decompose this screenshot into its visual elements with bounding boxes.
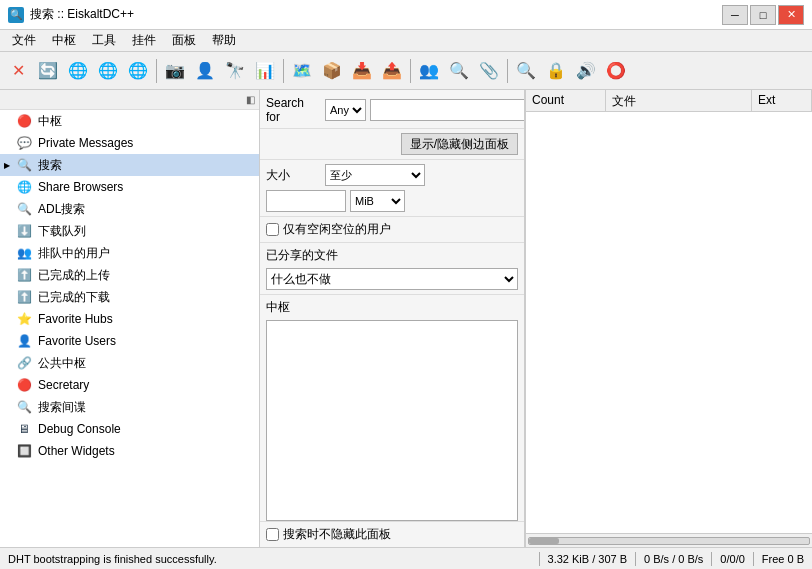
toggle-sidebar-button[interactable]: 显示/隐藏侧边面板: [401, 133, 518, 155]
left-panel: Search for Any + 搜索 清除 显示/隐藏侧边面板 大小: [260, 90, 525, 547]
toolbar-btn-binoculars[interactable]: 🔭: [221, 57, 249, 85]
size-section: 大小 至少 MiB: [260, 160, 524, 217]
toolbar-btn-camera[interactable]: 📷: [161, 57, 189, 85]
hub-section: 中枢: [260, 295, 524, 521]
status-sep-4: [753, 552, 754, 566]
secretary-icon: 🔴: [16, 377, 32, 393]
sidebar-item-pm[interactable]: 💬 Private Messages: [0, 132, 259, 154]
search-nav-icon: 🔍: [16, 157, 32, 173]
adl-icon: 🔍: [16, 201, 32, 217]
toolbar-btn-sound[interactable]: 🔊: [572, 57, 600, 85]
toolbar-btn-globe2[interactable]: 🌐: [94, 57, 122, 85]
menu-file[interactable]: 文件: [4, 30, 44, 51]
sidebar-item-search-label: 搜索: [38, 157, 62, 174]
finished-icon: ⬆️: [16, 289, 32, 305]
toolbar-btn-users[interactable]: 👥: [415, 57, 443, 85]
toolbar-btn-lock[interactable]: 🔒: [542, 57, 570, 85]
toolbar-btn-chart[interactable]: 📊: [251, 57, 279, 85]
toolbar-btn-arrow-up[interactable]: 📤: [378, 57, 406, 85]
hide-panel-checkbox[interactable]: [266, 528, 279, 541]
sidebar-item-favusers-label: Favorite Users: [38, 334, 116, 348]
hide-panel-label: 搜索时不隐藏此面板: [283, 526, 391, 543]
status-sep-2: [635, 552, 636, 566]
toolbar-btn-globe1[interactable]: 🌐: [64, 57, 92, 85]
close-button[interactable]: ✕: [778, 5, 804, 25]
menu-help[interactable]: 帮助: [204, 30, 244, 51]
app-icon: 🔍: [8, 7, 24, 23]
search-input[interactable]: [370, 99, 525, 121]
sidebar-item-hub[interactable]: 🔴 中枢: [0, 110, 259, 132]
dl-icon: ⬇️: [16, 223, 32, 239]
toolbar-sep-3: [410, 59, 411, 83]
toolbar-btn-dl[interactable]: 📦: [318, 57, 346, 85]
minimize-button[interactable]: ─: [722, 5, 748, 25]
menu-tools[interactable]: 工具: [84, 30, 124, 51]
toolbar-btn-search[interactable]: 🔍: [445, 57, 473, 85]
toolbar-btn-clip[interactable]: 📎: [475, 57, 503, 85]
sidebar-collapse-icon[interactable]: ◧: [246, 94, 255, 105]
sidebar-item-debug[interactable]: 🖥 Debug Console: [0, 418, 259, 440]
free-space-checkbox[interactable]: [266, 223, 279, 236]
sidebar-item-upload[interactable]: ⬆️ 已完成的上传: [0, 264, 259, 286]
favhubs-icon: ⭐: [16, 311, 32, 327]
toolbar-btn-power[interactable]: ⭕: [602, 57, 630, 85]
toolbar-btn-globe3[interactable]: 🌐: [124, 57, 152, 85]
toolbar-btn-search2[interactable]: 🔍: [512, 57, 540, 85]
toolbar-btn-refresh[interactable]: 🔄: [34, 57, 62, 85]
toolbar: ✕ 🔄 🌐 🌐 🌐 📷 👤 🔭 📊 🗺️ 📦 📥 📤 👥 🔍 📎 🔍 🔒 🔊 ⭕: [0, 52, 812, 90]
title-bar: 🔍 搜索 :: EiskaltDC++ ─ □ ✕: [0, 0, 812, 30]
scrollbar-track[interactable]: [528, 537, 810, 545]
sidebar-item-favusers[interactable]: 👤 Favorite Users: [0, 330, 259, 352]
search-type-select[interactable]: Any: [325, 99, 366, 121]
toolbar-btn-1[interactable]: ✕: [4, 57, 32, 85]
menu-hub[interactable]: 中枢: [44, 30, 84, 51]
sidebar-item-download[interactable]: ⬇️ 下载队列: [0, 220, 259, 242]
sidebar: ◧ 🔴 中枢 💬 Private Messages 🔍 搜索 🌐 Share B…: [0, 90, 260, 547]
public-icon: 🔗: [16, 355, 32, 371]
sidebar-item-pm-label: Private Messages: [38, 136, 133, 150]
sidebar-item-share-label: Share Browsers: [38, 180, 123, 194]
shared-files-select[interactable]: 什么也不做: [266, 268, 518, 290]
share-icon: 🌐: [16, 179, 32, 195]
search-form: Search for Any + 搜索 清除: [260, 90, 524, 129]
toolbar-btn-user[interactable]: 👤: [191, 57, 219, 85]
results-scrollbar[interactable]: [526, 533, 812, 547]
sidebar-item-widgets[interactable]: 🔲 Other Widgets: [0, 440, 259, 462]
size-unit-select[interactable]: MiB: [350, 190, 405, 212]
size-label: 大小: [266, 167, 321, 184]
hub-list[interactable]: [266, 320, 518, 521]
toolbar-btn-map[interactable]: 🗺️: [288, 57, 316, 85]
widget-icon: 🔲: [16, 443, 32, 459]
sidebar-item-queue[interactable]: 👥 排队中的用户: [0, 242, 259, 264]
sidebar-item-adl[interactable]: 🔍 ADL搜索: [0, 198, 259, 220]
search-for-label: Search for: [266, 96, 321, 124]
menu-panels[interactable]: 面板: [164, 30, 204, 51]
sidebar-item-search[interactable]: 🔍 搜索: [0, 154, 259, 176]
results-body: [526, 112, 812, 533]
toolbar-btn-arrow-down[interactable]: 📥: [348, 57, 376, 85]
sidebar-item-secretary-label: Secretary: [38, 378, 89, 392]
maximize-button[interactable]: □: [750, 5, 776, 25]
sidebar-item-public-label: 公共中枢: [38, 355, 86, 372]
col-ext-header: Ext: [752, 90, 812, 111]
debug-icon: 🖥: [16, 421, 32, 437]
menu-plugins[interactable]: 挂件: [124, 30, 164, 51]
sidebar-item-finished[interactable]: ⬆️ 已完成的下载: [0, 286, 259, 308]
main-layout: ◧ 🔴 中枢 💬 Private Messages 🔍 搜索 🌐 Share B…: [0, 90, 812, 547]
col-file-header: 文件: [606, 90, 752, 111]
sidebar-item-public[interactable]: 🔗 公共中枢: [0, 352, 259, 374]
results-header: Count 文件 Ext: [526, 90, 812, 112]
hide-panel-section: 搜索时不隐藏此面板: [260, 521, 524, 547]
sidebar-item-adl-label: ADL搜索: [38, 201, 85, 218]
size-condition-select[interactable]: 至少: [325, 164, 425, 186]
sidebar-item-share[interactable]: 🌐 Share Browsers: [0, 176, 259, 198]
pm-icon: 💬: [16, 135, 32, 151]
sidebar-item-searchspy[interactable]: 🔍 搜索间谍: [0, 396, 259, 418]
sidebar-item-secretary[interactable]: 🔴 Secretary: [0, 374, 259, 396]
col-count-header: Count: [526, 90, 606, 111]
queue-icon: 👥: [16, 245, 32, 261]
sidebar-item-favhubs[interactable]: ⭐ Favorite Hubs: [0, 308, 259, 330]
sidebar-item-finished-label: 已完成的下载: [38, 289, 110, 306]
size-input[interactable]: [266, 190, 346, 212]
toolbar-sep-4: [507, 59, 508, 83]
